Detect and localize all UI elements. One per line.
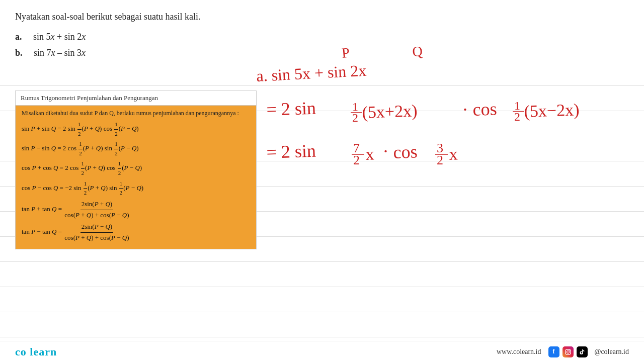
svg-rect-27 — [566, 349, 571, 354]
svg-point-28 — [567, 350, 569, 353]
formula-row-5: tan P + tan Q = 2sin(P + Q)cos(P + Q) + … — [22, 199, 250, 221]
footer-right: www.colearn.id f @colearn.id — [497, 346, 629, 357]
main-content: Nyatakan soal-soal berikut sebagai suatu… — [0, 0, 644, 342]
svg-text:= 2 sin: = 2 sin — [266, 141, 316, 162]
svg-text:P: P — [341, 45, 350, 61]
formula-row-1: sin P + sin Q = 2 sin 12(P + Q) cos 12(P… — [22, 120, 250, 138]
social-icons: f — [548, 346, 588, 357]
svg-text:2: 2 — [514, 110, 520, 123]
svg-text:2: 2 — [352, 111, 358, 124]
svg-text:(5x+2x): (5x+2x) — [362, 101, 418, 122]
formula-row-3: cos P + cos Q = 2 cos 12(P + Q) cos 12(P… — [22, 159, 250, 177]
svg-text:x: x — [449, 144, 458, 163]
svg-text:·: · — [383, 141, 388, 161]
facebook-icon: f — [548, 346, 559, 357]
formula-row-2: sin P − sin Q = 2 cos 12(P + Q) sin 12(P… — [22, 140, 250, 158]
svg-text:x: x — [365, 144, 374, 163]
svg-text:Q: Q — [412, 43, 423, 59]
formula-box: Rumus Trigonometri Penjumlahan dan Pengu… — [15, 90, 257, 249]
formula-row-4: cos P − cos Q = −2 sin 12(P + Q) sin 12(… — [22, 179, 250, 198]
footer-logo: co learn — [15, 345, 57, 358]
svg-text:·: · — [463, 100, 467, 120]
svg-text:2: 2 — [353, 153, 360, 167]
svg-text:2: 2 — [437, 153, 443, 167]
footer-url: www.colearn.id — [497, 348, 541, 356]
formula-box-body: Misalkan diketahui dua sudut P dan Q, be… — [16, 106, 256, 249]
formula-row-6: tan P − tan Q = 2sin(P − Q)cos(P + Q) + … — [22, 222, 250, 243]
svg-text:(5x−2x): (5x−2x) — [524, 100, 580, 121]
tiktok-icon — [577, 346, 588, 357]
svg-text:a. sin 5x + sin 2x: a. sin 5x + sin 2x — [256, 61, 367, 85]
svg-text:= 2 sin: = 2 sin — [266, 98, 316, 120]
footer: co learn www.colearn.id f @colearn.id — [0, 341, 644, 362]
footer-handle: @colearn.id — [595, 348, 629, 356]
svg-point-29 — [569, 350, 570, 351]
formula-intro: Misalkan diketahui dua sudut P dan Q, be… — [22, 110, 250, 117]
formula-box-header: Rumus Trigonometri Penjumlahan dan Pengu… — [16, 91, 256, 106]
svg-text:cos: cos — [393, 141, 418, 162]
svg-text:cos: cos — [472, 99, 497, 120]
instagram-icon — [562, 346, 574, 357]
